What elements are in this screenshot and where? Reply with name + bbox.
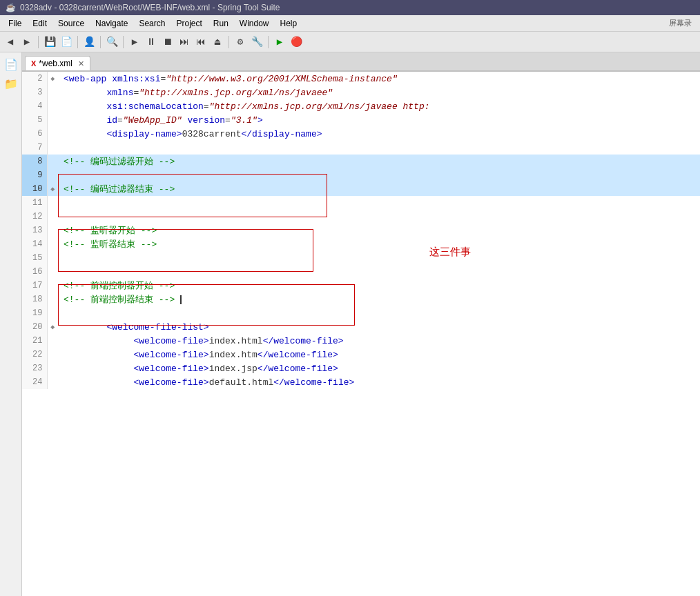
code-area[interactable]: 2 ◆ <web-app xmlns:xsi="http://www.w3.or… — [22, 72, 700, 596]
code-content: <!-- 前端控制器开始 --> — [58, 279, 700, 292]
menu-help[interactable]: Help — [275, 17, 303, 30]
code-content: <welcome-file>default.html</welcome-file… — [58, 375, 700, 389]
collapse-marker — [47, 86, 58, 99]
menu-bar: File Edit Source Navigate Search Project… — [0, 15, 700, 32]
cursor — [180, 295, 182, 304]
title-bar: ☕ 0328adv - 0328carrent/WebRoot/WEB-INF/… — [0, 0, 700, 15]
sidebar-icon-file[interactable]: 📄 — [3, 57, 19, 73]
collapse-marker — [47, 348, 58, 361]
tb-open[interactable]: 👤 — [81, 34, 97, 50]
line-number: 3 — [22, 86, 47, 99]
line-number: 23 — [22, 361, 47, 375]
code-content: <welcome-file>index.html</welcome-file> — [58, 334, 700, 348]
tab-close-button[interactable]: ✕ — [78, 59, 84, 68]
code-content: <!-- 前端控制器结束 --> — [58, 292, 700, 306]
menu-search[interactable]: Search — [133, 17, 171, 30]
collapse-marker[interactable]: ◆ — [47, 320, 58, 334]
code-content: id="WebApp_ID" version="3.1"> — [58, 113, 700, 127]
code-content: <!-- 监听器结束 --> — [58, 237, 700, 251]
line-number: 5 — [22, 113, 47, 127]
menu-file[interactable]: File — [3, 17, 27, 30]
collapse-marker[interactable]: ◆ — [47, 182, 58, 196]
tb-saveas[interactable]: 📄 — [59, 34, 74, 50]
menu-project[interactable]: Project — [171, 17, 207, 30]
collapse-marker — [47, 361, 58, 375]
collapse-marker — [47, 265, 58, 279]
menu-window[interactable]: Window — [234, 17, 275, 30]
line-number: 20 — [22, 320, 47, 334]
title-icon: ☕ — [6, 3, 16, 12]
menu-edit[interactable]: Edit — [27, 17, 52, 30]
collapse-marker — [47, 223, 58, 237]
tb-search[interactable]: 🔍 — [104, 34, 119, 50]
tb-tool[interactable]: 🔧 — [249, 34, 264, 50]
menu-source[interactable]: Source — [52, 17, 90, 30]
line-number: 15 — [22, 251, 47, 265]
tb-sep6 — [268, 36, 269, 48]
editor-area: X *web.xml ✕ 2 ◆ <web-app xmlns:xsi="htt… — [22, 52, 700, 596]
collapse-marker[interactable]: ◆ — [47, 72, 58, 86]
tb-debug[interactable]: 🔴 — [289, 34, 304, 50]
collapse-marker — [47, 237, 58, 251]
tb-back[interactable]: ◀ — [3, 34, 18, 50]
tb-skip[interactable]: ⏭ — [177, 34, 192, 50]
table-row: 9 — [22, 168, 700, 182]
code-content: <welcome-file>index.jsp</welcome-file> — [58, 361, 700, 375]
code-content: xmlns="http://xmlns.jcp.org/xml/ns/javae… — [58, 86, 700, 99]
tb-run2[interactable]: ▶ — [272, 34, 287, 50]
table-row: 11 — [22, 196, 700, 210]
collapse-marker — [47, 168, 58, 182]
tb-prev[interactable]: ⏮ — [193, 34, 208, 50]
line-number: 11 — [22, 196, 47, 210]
table-row: 21 <welcome-file>index.html</welcome-fil… — [22, 334, 700, 348]
tb-sep4 — [123, 36, 124, 48]
tb-gear[interactable]: ⚙ — [233, 34, 248, 50]
code-content — [58, 210, 700, 223]
line-number: 17 — [22, 279, 47, 292]
toolbar: ◀ ▶ 💾 📄 👤 🔍 ▶ ⏸ ⏹ ⏭ ⏮ ⏏ ⚙ 🔧 ▶ 🔴 — [0, 32, 700, 52]
tb-eject[interactable]: ⏏ — [210, 34, 225, 50]
line-number: 4 — [22, 99, 47, 113]
collapse-marker — [47, 210, 58, 223]
code-content — [58, 306, 700, 320]
line-number: 6 — [22, 127, 47, 141]
table-row: 2 ◆ <web-app xmlns:xsi="http://www.w3.or… — [22, 72, 700, 86]
code-content: <welcome-file>index.htm</welcome-file> — [58, 348, 700, 361]
table-row: 22 <welcome-file>index.htm</welcome-file… — [22, 348, 700, 361]
collapse-marker — [47, 155, 58, 168]
sidebar-icon-folder[interactable]: 📁 — [3, 76, 19, 92]
main-layout: 📄 📁 X *web.xml ✕ 2 ◆ <web-app xmlns:xsi=… — [0, 52, 700, 596]
line-number: 16 — [22, 265, 47, 279]
code-content: xsi:schemaLocation="http://xmlns.jcp.org… — [58, 99, 700, 113]
tb-pause[interactable]: ⏸ — [144, 34, 159, 50]
table-row: 12 — [22, 210, 700, 223]
tb-sep2 — [77, 36, 78, 48]
sidebar: 📄 📁 — [0, 52, 22, 596]
tb-run[interactable]: ▶ — [127, 34, 142, 50]
table-row: 18 <!-- 前端控制器结束 --> — [22, 292, 700, 306]
collapse-marker — [47, 334, 58, 348]
table-row: 14 <!-- 监听器结束 --> — [22, 237, 700, 251]
collapse-marker — [47, 141, 58, 155]
tb-sep1 — [38, 36, 39, 48]
line-number: 18 — [22, 292, 47, 306]
tab-webxml[interactable]: X *web.xml ✕ — [25, 56, 90, 70]
line-number: 7 — [22, 141, 47, 155]
line-number: 22 — [22, 348, 47, 361]
menu-run[interactable]: Run — [208, 17, 234, 30]
collapse-marker — [47, 127, 58, 141]
collapse-marker — [47, 279, 58, 292]
table-row: 8 <!-- 编码过滤器开始 --> — [22, 155, 700, 168]
line-number: 14 — [22, 237, 47, 251]
menu-navigate[interactable]: Navigate — [90, 17, 133, 30]
table-row: 19 — [22, 306, 700, 320]
tb-forward[interactable]: ▶ — [19, 34, 35, 50]
tb-save[interactable]: 💾 — [42, 34, 57, 50]
table-row: 15 — [22, 251, 700, 265]
table-row: 7 — [22, 141, 700, 155]
tb-sep3 — [100, 36, 101, 48]
code-content — [58, 168, 700, 182]
line-number: 8 — [22, 155, 47, 168]
code-content — [58, 196, 700, 210]
tb-stop[interactable]: ⏹ — [160, 34, 175, 50]
